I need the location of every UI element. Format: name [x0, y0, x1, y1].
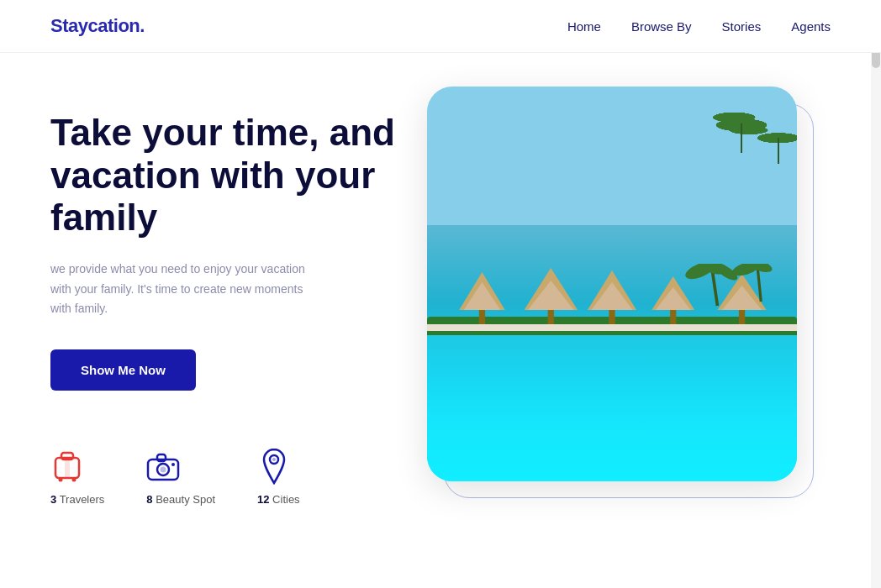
hero-title: Take your time, and vacation with your f… — [50, 112, 404, 239]
huts-row — [427, 264, 797, 331]
svg-point-4 — [72, 478, 76, 482]
camera-icon — [146, 449, 180, 483]
hero-image-card — [427, 87, 797, 481]
stat-beauty-spot: 8 Beauty Spot — [146, 449, 215, 506]
pool-image — [427, 87, 797, 481]
svg-point-8 — [161, 467, 166, 473]
stats-row: 3 Travelers — [50, 449, 404, 506]
header: Staycation. Home Browse By Stories Agent… — [0, 0, 881, 53]
main-nav: Home Browse By Stories Agents — [567, 19, 831, 34]
luggage-icon — [50, 449, 84, 483]
svg-point-3 — [59, 478, 63, 482]
svg-point-10 — [171, 463, 175, 466]
hero-subtitle: we provide what you need to enjoy your v… — [50, 260, 311, 319]
stat-cities-label: 12 Cities — [257, 493, 300, 506]
nav-home[interactable]: Home — [567, 19, 601, 34]
pool-edge — [427, 324, 797, 331]
svg-rect-2 — [65, 458, 70, 478]
stat-travelers: 3 Travelers — [50, 449, 104, 506]
stat-cities: 12 Cities — [257, 449, 300, 506]
huts-svg — [444, 264, 780, 331]
hero-section: Take your time, and vacation with your f… — [0, 53, 881, 582]
stat-travelers-label: 3 Travelers — [50, 493, 104, 506]
svg-point-12 — [272, 458, 276, 461]
hero-content: Take your time, and vacation with your f… — [50, 103, 404, 506]
nav-stories[interactable]: Stories — [722, 19, 762, 34]
pool-water — [427, 323, 797, 481]
nav-agents[interactable]: Agents — [791, 19, 831, 34]
cta-button[interactable]: Show Me Now — [50, 349, 196, 391]
location-icon — [257, 449, 291, 483]
logo: Staycation. — [50, 15, 145, 37]
hero-image-area — [427, 87, 831, 481]
nav-browse[interactable]: Browse By — [631, 19, 692, 34]
stat-beauty-spot-label: 8 Beauty Spot — [146, 493, 215, 506]
svg-rect-5 — [64, 458, 71, 459]
scrollbar[interactable] — [871, 0, 881, 588]
svg-rect-9 — [157, 454, 166, 461]
